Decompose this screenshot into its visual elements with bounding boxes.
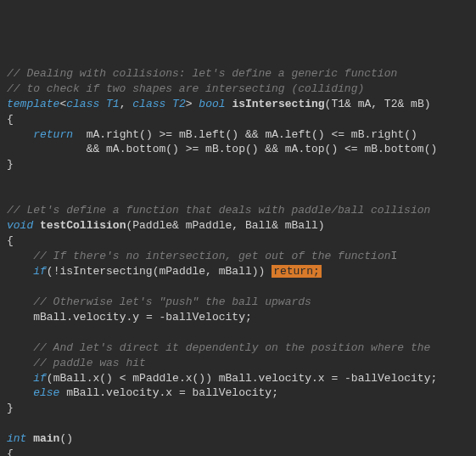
code-line: && mA.bottom() >= mB.top() && mA.top() <… [7, 142, 469, 157]
code-line [7, 325, 469, 341]
code-line: { [7, 447, 469, 456]
code-editor[interactable]: // Dealing with collisions: let's define… [7, 66, 469, 456]
code-line: template<class T1, class T2> bool isInte… [7, 97, 469, 112]
text-cursor: I [391, 250, 398, 262]
code-line: return mA.right() >= mB.left() && mA.lef… [7, 127, 469, 143]
code-line: } [7, 157, 469, 172]
code-line: // Dealing with collisions: let's define… [7, 66, 469, 82]
highlighted-return: return; [272, 265, 322, 278]
code-line: // Let's define a function that deals wi… [7, 203, 469, 218]
code-line: // to check if two shapes are intersecti… [7, 82, 469, 97]
code-line: // And let's direct it dependently on th… [7, 341, 469, 356]
code-line: mBall.velocity.y = -ballVelocity; [7, 310, 469, 325]
code-line: // If there's no intersection, get out o… [7, 249, 469, 264]
code-line: void testCollision(Paddle& mPaddle, Ball… [7, 218, 469, 234]
code-line: { [7, 234, 469, 249]
code-line: if(mBall.x() < mPaddle.x()) mBall.veloci… [7, 371, 469, 386]
code-line: // Otherwise let's "push" the ball upwar… [7, 295, 469, 310]
code-line: } [7, 401, 469, 416]
code-line [7, 416, 469, 431]
code-line: int main() [7, 431, 469, 447]
code-line: { [7, 112, 469, 127]
code-line: else mBall.velocity.x = ballVelocity; [7, 386, 469, 401]
code-line: if(!isIntersecting(mPaddle, mBall)) retu… [7, 264, 469, 279]
code-line [7, 279, 469, 295]
code-line: // paddle was hit [7, 356, 469, 371]
code-line [7, 188, 469, 203]
code-line [7, 172, 469, 188]
